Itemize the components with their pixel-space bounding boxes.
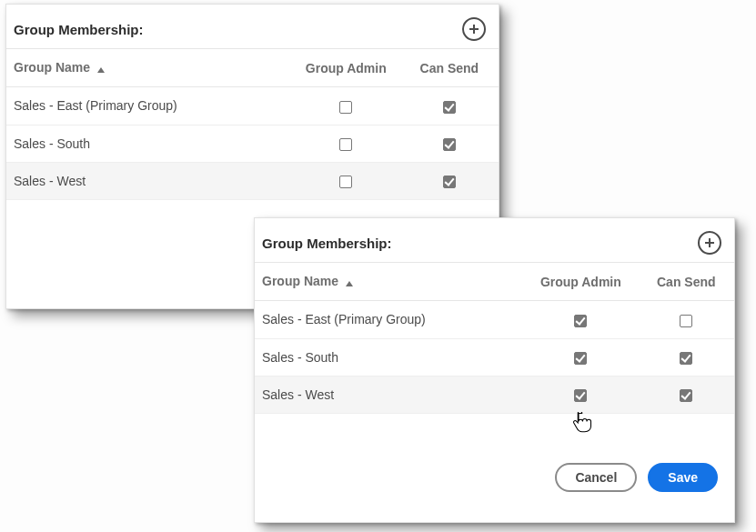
cell-can-send	[639, 301, 734, 338]
sort-asc-icon	[346, 275, 353, 289]
table-body: Sales - East (Primary Group)Sales - Sout…	[6, 87, 499, 200]
cell-group-admin	[523, 301, 638, 338]
save-button[interactable]: Save	[648, 463, 718, 492]
col-group-name[interactable]: Group Name	[255, 263, 523, 301]
can-send-checkbox[interactable]	[680, 315, 692, 327]
group-membership-table: Group Name Group Admin Can Send Sales - …	[255, 262, 734, 414]
table-row: Sales - South	[6, 125, 499, 162]
cell-group-admin	[292, 87, 400, 125]
table-row: Sales - East (Primary Group)	[255, 301, 734, 338]
section-title: Group Membership:	[14, 22, 144, 37]
group-admin-checkbox[interactable]	[574, 352, 587, 365]
cell-can-send	[639, 338, 734, 376]
can-send-checkbox[interactable]	[443, 176, 456, 188]
can-send-checkbox[interactable]	[680, 389, 692, 402]
group-admin-checkbox[interactable]	[339, 138, 352, 151]
table-row: Sales - West	[6, 162, 499, 199]
col-group-name-label: Group Name	[262, 274, 338, 288]
col-can-send[interactable]: Can Send	[400, 49, 499, 87]
add-group-button[interactable]	[698, 231, 721, 255]
cell-group-admin	[292, 125, 400, 162]
dialog-footer: Cancel Save	[255, 448, 734, 492]
table-row: Sales - East (Primary Group)	[6, 87, 499, 125]
section-title: Group Membership:	[262, 236, 392, 251]
table-row: Sales - West	[255, 376, 734, 413]
col-group-admin[interactable]: Group Admin	[292, 49, 400, 87]
group-admin-checkbox[interactable]	[574, 315, 587, 327]
cell-can-send	[400, 125, 499, 162]
group-membership-panel-after: Group Membership: Group Name Group Admin…	[254, 217, 735, 523]
can-send-checkbox[interactable]	[443, 101, 456, 114]
cell-group-name: Sales - East (Primary Group)	[255, 301, 523, 338]
add-group-button[interactable]	[462, 17, 486, 41]
svg-marker-2	[97, 67, 105, 73]
group-admin-checkbox[interactable]	[339, 176, 352, 188]
cell-group-name: Sales - East (Primary Group)	[6, 87, 292, 125]
cell-group-name: Sales - South	[6, 125, 292, 162]
table-row: Sales - South	[255, 338, 734, 376]
svg-marker-5	[346, 281, 353, 286]
table-body: Sales - East (Primary Group)Sales - Sout…	[255, 301, 734, 414]
cell-can-send	[400, 87, 499, 125]
cell-can-send	[400, 162, 499, 199]
sort-asc-icon	[97, 61, 105, 75]
col-group-name-label: Group Name	[14, 60, 90, 75]
col-group-name[interactable]: Group Name	[6, 49, 292, 87]
group-admin-checkbox[interactable]	[339, 101, 352, 114]
can-send-checkbox[interactable]	[680, 352, 692, 365]
plus-icon	[704, 237, 715, 248]
cell-group-name: Sales - West	[6, 162, 292, 199]
col-can-send[interactable]: Can Send	[639, 263, 734, 301]
col-group-admin[interactable]: Group Admin	[523, 263, 638, 301]
cell-group-name: Sales - West	[255, 376, 523, 413]
group-admin-checkbox[interactable]	[574, 389, 587, 402]
cell-can-send	[639, 376, 734, 413]
can-send-checkbox[interactable]	[443, 138, 456, 151]
cell-group-admin	[523, 338, 638, 376]
cell-group-admin	[292, 162, 400, 199]
plus-icon	[469, 24, 479, 35]
cancel-button[interactable]: Cancel	[555, 463, 637, 492]
cell-group-name: Sales - South	[255, 338, 523, 376]
group-membership-table: Group Name Group Admin Can Send Sales - …	[6, 48, 499, 200]
cell-group-admin	[523, 376, 638, 413]
